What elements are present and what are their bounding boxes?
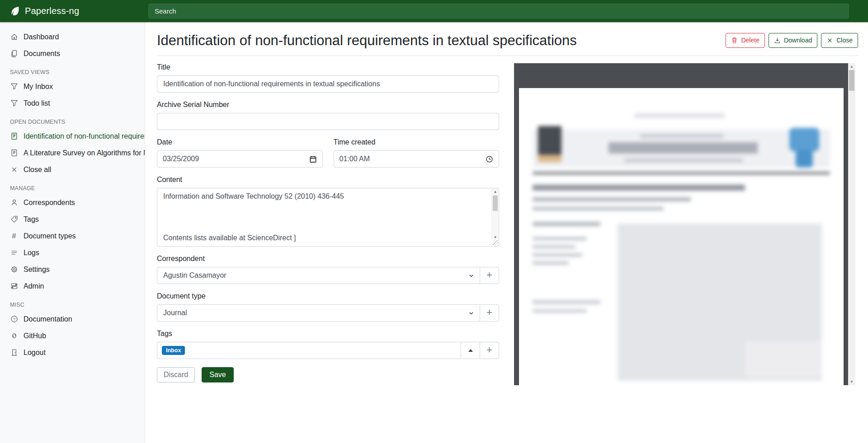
caret-up-icon: [468, 349, 473, 352]
house-icon: [10, 33, 18, 41]
sidebar-item-documents[interactable]: Documents: [0, 45, 145, 62]
scroll-down-arrow[interactable]: ▼: [848, 380, 855, 384]
sidebar-item-documentation[interactable]: ? Documentation: [0, 311, 145, 327]
sidebar-item-dashboard[interactable]: Dashboard: [0, 28, 145, 45]
delete-button[interactable]: Delete: [726, 33, 764, 47]
pdf-page: [519, 88, 844, 385]
calendar-icon[interactable]: [309, 155, 317, 163]
tag-icon: [10, 215, 18, 224]
clock-icon[interactable]: [486, 155, 493, 163]
page-title: Identification of non-functional require…: [157, 32, 577, 49]
tag-chip-inbox[interactable]: Inbox: [162, 346, 185, 355]
correspondent-label: Correspondent: [157, 255, 499, 263]
plus-icon: +: [486, 345, 492, 355]
sidebar-header-misc: MISC: [0, 294, 145, 311]
content-scrollbar[interactable]: ▲ ▼: [491, 189, 498, 240]
plus-icon: +: [486, 308, 492, 317]
add-tag-button[interactable]: +: [480, 342, 499, 359]
scrollbar-thumb[interactable]: [849, 70, 854, 91]
app-title: Paperless-ng: [25, 6, 79, 16]
date-label: Date: [157, 138, 323, 146]
chevron-down-icon: [468, 273, 474, 279]
document-type-label: Document type: [157, 292, 499, 300]
gear-icon: [10, 266, 18, 274]
sidebar-open-document-1[interactable]: Identification of non-functional require…: [0, 128, 145, 145]
close-icon: [826, 37, 833, 44]
funnel-icon: [10, 99, 18, 107]
sidebar-item-correspondents[interactable]: Correspondents: [0, 194, 145, 211]
toggles-icon: [10, 282, 18, 290]
correspondent-select[interactable]: Agustin Casamayor: [157, 267, 480, 284]
pdf-scrollbar[interactable]: ▲ ▼: [848, 63, 855, 385]
document-type-select[interactable]: Journal: [157, 304, 480, 322]
sidebar-item-tags[interactable]: Tags: [0, 211, 145, 228]
sidebar-item-github[interactable]: GitHub: [0, 327, 145, 344]
scroll-up-arrow[interactable]: ▲: [848, 65, 855, 69]
close-icon: [10, 166, 18, 174]
title-label: Title: [157, 63, 499, 71]
save-button[interactable]: Save: [202, 367, 233, 382]
plus-icon: +: [486, 270, 492, 280]
sidebar-close-all[interactable]: Close all: [0, 161, 145, 178]
file-text-icon: [10, 149, 18, 157]
sidebar-item-admin[interactable]: Admin: [0, 278, 145, 294]
person-icon: [10, 199, 18, 207]
list-icon: [10, 249, 18, 257]
pdf-blurred-content: [519, 88, 844, 385]
scrollbar-thumb[interactable]: [493, 196, 498, 211]
time-created-input[interactable]: 01:00 AM: [334, 150, 500, 168]
scroll-up-arrow[interactable]: ▲: [492, 190, 499, 194]
asn-label: Archive Serial Number: [157, 101, 499, 109]
search-input[interactable]: [148, 4, 849, 19]
close-button[interactable]: Close: [821, 33, 858, 47]
discard-button[interactable]: Discard: [157, 367, 195, 382]
sidebar-item-settings[interactable]: Settings: [0, 261, 145, 278]
tags-input[interactable]: Inbox: [157, 342, 461, 359]
sidebar: Dashboard Documents SAVED VIEWS My Inbox…: [0, 22, 145, 443]
question-circle-icon: ?: [10, 315, 18, 323]
time-created-label: Time created: [334, 138, 500, 146]
hash-icon: #: [10, 232, 18, 240]
main-content: Identification of non-functional require…: [145, 22, 868, 443]
sidebar-item-todo-list[interactable]: Todo list: [0, 95, 145, 112]
sidebar-item-document-types[interactable]: # Document types: [0, 228, 145, 244]
svg-text:?: ?: [13, 317, 15, 322]
sidebar-header-open-documents: OPEN DOCUMENTS: [0, 112, 145, 128]
tags-dropdown-button[interactable]: [461, 342, 480, 359]
sidebar-header-saved-views: SAVED VIEWS: [0, 62, 145, 78]
link-icon: [10, 332, 18, 340]
funnel-icon: [10, 83, 18, 91]
top-navbar: Paperless-ng: [0, 0, 868, 22]
leaf-logo-icon: [9, 6, 20, 16]
sidebar-item-logout[interactable]: Logout: [0, 344, 145, 361]
app-brand[interactable]: Paperless-ng: [0, 6, 145, 16]
scroll-down-arrow[interactable]: ▼: [492, 235, 499, 239]
document-edit-form: Title Archive Serial Number Date 03/25/2…: [157, 63, 499, 385]
content-textarea[interactable]: Information and Software Technology 52 (…: [157, 188, 499, 247]
resize-handle[interactable]: [493, 240, 498, 246]
sidebar-header-manage: MANAGE: [0, 178, 145, 194]
title-input[interactable]: [157, 75, 499, 93]
sidebar-item-my-inbox[interactable]: My Inbox: [0, 78, 145, 95]
pdf-preview[interactable]: ▲ ▼: [514, 63, 855, 385]
pdf-toolbar: [514, 63, 848, 88]
download-button[interactable]: Download: [769, 33, 817, 47]
add-correspondent-button[interactable]: +: [480, 267, 499, 284]
add-document-type-button[interactable]: +: [480, 304, 499, 322]
door-icon: [10, 349, 18, 357]
date-input[interactable]: 03/25/2009: [157, 150, 323, 168]
documents-icon: [10, 50, 18, 58]
header-divider: [157, 56, 858, 56]
download-icon: [774, 37, 781, 44]
content-label: Content: [157, 176, 499, 184]
archive-serial-number-input[interactable]: [157, 113, 499, 130]
chevron-down-icon: [468, 310, 474, 316]
trash-icon: [731, 37, 738, 44]
sidebar-item-logs[interactable]: Logs: [0, 244, 145, 261]
tags-label: Tags: [157, 330, 499, 338]
sidebar-open-document-2[interactable]: A Literature Survey on Algorithms for Mu…: [0, 145, 145, 161]
file-text-icon: [10, 132, 18, 140]
